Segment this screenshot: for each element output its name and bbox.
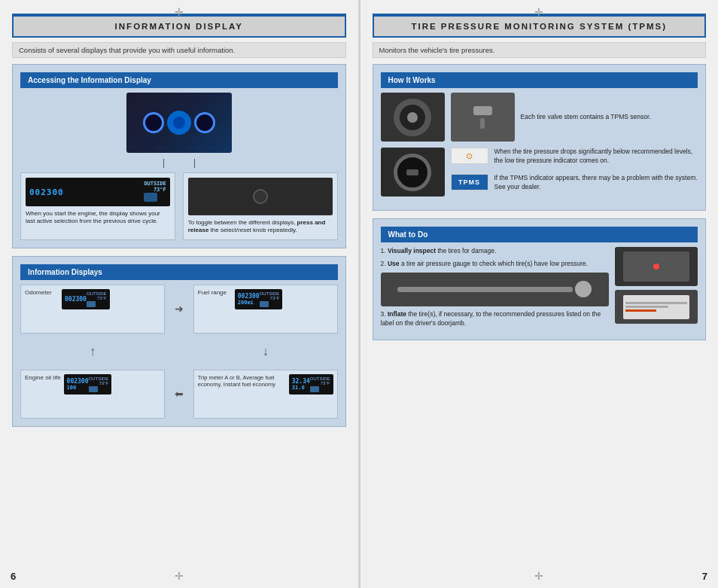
outside-temp-1: OUTSIDE73°F — [144, 181, 166, 193]
oil-num-pct: 100 — [67, 385, 89, 391]
info-cell-fuel: Fuel range 002300 200mi OUTSIDE73°F — [193, 285, 338, 334]
gauge-tool-dial — [575, 281, 592, 297]
odometer-outside: OUTSIDE73°F — [87, 291, 107, 301]
odometer-car — [87, 301, 96, 307]
fuel-label: Fuel range — [198, 289, 232, 296]
gauge-center — [167, 111, 191, 135]
steering-hub — [406, 169, 418, 175]
what-grid: 1. Visually inspect the tires for damage… — [381, 247, 698, 332]
gauge-left — [143, 112, 164, 133]
callout-area: 002300 OUTSIDE73°F When you start the en… — [20, 172, 338, 240]
crosshair-bottom-left: ✛ — [175, 570, 184, 582]
tpms-low-pressure-icon: ⊙ — [451, 148, 488, 164]
trip-label-wrap: Trip meter A or B, Average fuel economy,… — [198, 374, 286, 388]
tpms-label: TPMS — [455, 178, 483, 187]
display-right-1: OUTSIDE73°F — [144, 181, 166, 203]
callout-text-2: To toggle between the different displays… — [188, 219, 333, 235]
fuel-car — [260, 301, 269, 307]
tpms-row-2: ⊙ When the tire pressure drops significa… — [381, 148, 698, 197]
line-left — [163, 159, 164, 168]
arrow-up: ↑ — [20, 337, 165, 367]
left-subtitle: Consists of several displays that provid… — [12, 42, 346, 58]
gauge-tool-image — [381, 273, 610, 306]
gauge-tool-bar — [397, 287, 573, 292]
dashboard-image — [126, 93, 232, 153]
oil-label: Engine oil life — [25, 374, 61, 381]
right-subtitle: Monitors the vehicle's tire pressures. — [373, 42, 707, 58]
arrow-center-2: ⬅ — [168, 370, 190, 419]
trip-mini-display: 32.34 31.0 OUTSIDE73°F — [289, 374, 333, 395]
tpms-icon-wrap-2: TPMS — [451, 174, 488, 192]
fuel-display: 002300 200mi OUTSIDE73°F — [235, 289, 283, 309]
how-it-works-section: How It Works Each tire valve stem contai… — [373, 64, 707, 211]
label-image — [615, 290, 698, 324]
fuel-mini-display: 002300 200mi OUTSIDE73°F — [235, 289, 283, 309]
odometer-right: OUTSIDE73°F — [87, 291, 107, 307]
step-1-text: 1. Visually inspect the tires for damage… — [381, 247, 610, 256]
page: ✛ INFORMATION DISPLAY Consists of severa… — [0, 0, 718, 588]
arrow-down: ↓ — [193, 337, 338, 367]
fuel-outside: OUTSIDE73°F — [260, 291, 280, 301]
sensor-content — [473, 106, 492, 129]
gauge-right — [194, 112, 215, 133]
line-right — [194, 159, 195, 168]
tire-hub — [407, 112, 418, 123]
odo-num-1: 002300 — [29, 187, 64, 197]
arrow-center-1: ➜ — [168, 285, 190, 334]
car-door-shape — [623, 251, 689, 282]
left-page-num: 6 — [11, 571, 16, 582]
steering-image — [381, 148, 445, 197]
trip-right: OUTSIDE73°F — [310, 376, 330, 392]
tpms-row-1: Each tire valve stem contains a TPMS sen… — [381, 93, 698, 142]
oil-car — [89, 386, 98, 392]
accessing-header: Accessing the Information Display — [20, 72, 338, 88]
tpms-text-2: When the tire pressure drops significant… — [494, 148, 698, 166]
fuel-label-wrap: Fuel range — [198, 289, 232, 296]
trip-outside: OUTSIDE73°F — [310, 376, 330, 386]
oil-num-wrap: 002300 100 — [67, 378, 89, 391]
oil-mini-display: 002300 100 OUTSIDE73°F — [64, 374, 112, 395]
odometer-display: 002300 OUTSIDE73°F — [62, 289, 110, 309]
callout-box-1: 002300 OUTSIDE73°F When you start the en… — [20, 172, 175, 240]
label-line-1 — [625, 302, 687, 304]
tpms-indicators: ⊙ When the tire pressure drops significa… — [451, 148, 698, 197]
step-2-text: 2. Use a tire air pressure gauge to chec… — [381, 260, 610, 269]
info-cell-odometer: Odometer 002300 OUTSIDE73°F — [20, 285, 165, 334]
what-right — [615, 247, 698, 332]
oil-display: 002300 100 OUTSIDE73°F — [64, 374, 112, 395]
oil-num-top: 002300 — [67, 378, 89, 385]
car-door-image — [615, 247, 698, 286]
tpms-text-1: Each tire valve stem contains a TPMS sen… — [521, 113, 651, 122]
label-shape — [623, 295, 689, 319]
label-line-red — [625, 309, 656, 312]
gauge-tool-shape-wrap — [397, 281, 592, 297]
oil-right: OUTSIDE73°F — [89, 376, 109, 392]
info-grid: Odometer 002300 OUTSIDE73°F ➜ — [20, 285, 338, 419]
right-page: ✛ TIRE PRESSURE MONITORING SYSTEM (TPMS)… — [361, 0, 719, 588]
fuel-right: OUTSIDE73°F — [260, 291, 280, 307]
knob-icon — [253, 189, 268, 204]
info-cell-oil: Engine oil life 002300 100 OUTSIDE73°F — [20, 370, 165, 419]
toggle-img — [188, 178, 333, 215]
step-3-text: 3. Inflate the tire(s), if necessary, to… — [381, 310, 610, 328]
gauge-center-inner — [173, 117, 185, 129]
what-to-do-section: What to Do 1. Visually inspect the tires… — [373, 218, 707, 340]
what-left: 1. Visually inspect the tires for damage… — [381, 247, 610, 332]
how-it-works-header: How It Works — [381, 72, 698, 88]
crosshair-top-right: ✛ — [534, 6, 543, 18]
tpms-indicator-row-2: TPMS If the TPMS indicator appears, ther… — [451, 174, 698, 192]
crosshair-bottom-right: ✛ — [534, 570, 543, 582]
tire-circle — [394, 99, 431, 136]
fuel-num-bottom: 200mi — [238, 300, 260, 306]
crosshair-top-left: ✛ — [175, 6, 184, 18]
dashboard-inner — [126, 93, 232, 153]
tpms-orange-icon: ⊙ — [466, 151, 473, 161]
tpms-icon-wrap-1: ⊙ — [451, 148, 488, 166]
callout-lines — [20, 159, 338, 168]
odometer-label: Odometer — [25, 289, 59, 296]
info-displays-header: Information Displays — [20, 264, 338, 280]
trip-label: Trip meter A or B, Average fuel economy,… — [198, 374, 286, 388]
oil-label-wrap: Engine oil life — [25, 374, 61, 381]
tire-image — [381, 93, 445, 142]
info-displays-section: Information Displays Odometer 002300 OUT… — [12, 256, 346, 427]
